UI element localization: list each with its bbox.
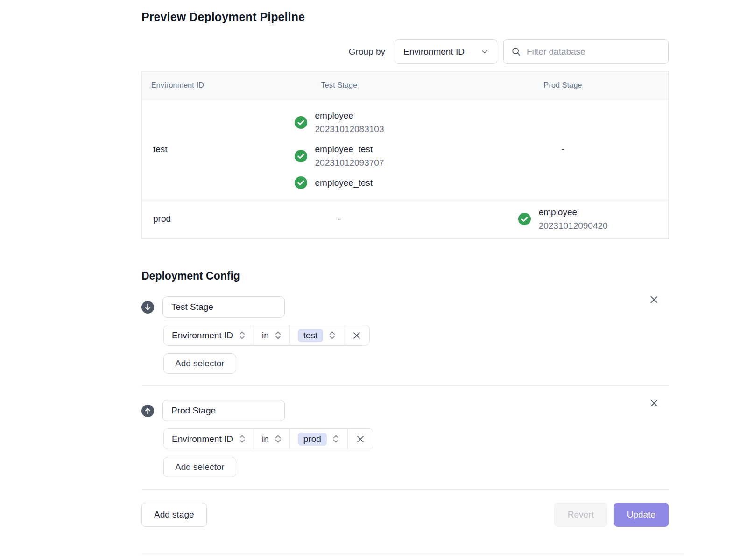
close-icon bbox=[356, 434, 365, 444]
stage-config-prod: Environment ID in prod bbox=[141, 400, 669, 477]
table-row-prod: prod - employee 20231012090420 bbox=[142, 199, 669, 239]
move-stage-down-icon[interactable] bbox=[141, 301, 154, 314]
up-down-chevrons-icon bbox=[332, 434, 339, 444]
up-down-chevrons-icon bbox=[275, 330, 282, 341]
database-item: employee 20231012083103 bbox=[295, 109, 384, 136]
empty-stage-dash: - bbox=[338, 214, 340, 224]
success-check-icon bbox=[295, 116, 307, 129]
selector-value-select[interactable]: test bbox=[289, 325, 344, 345]
selector-key-select[interactable]: Environment ID bbox=[164, 325, 254, 345]
close-icon bbox=[352, 331, 361, 340]
stage-name-input[interactable] bbox=[162, 400, 285, 421]
add-selector-button[interactable]: Add selector bbox=[163, 353, 236, 374]
database-name: employee_test bbox=[315, 176, 373, 189]
column-header-environment-id: Environment ID bbox=[142, 72, 221, 99]
page-title: Preview Deployment Pipeline bbox=[141, 10, 669, 24]
selector-value-tag: prod bbox=[298, 433, 327, 446]
up-down-chevrons-icon bbox=[329, 330, 336, 341]
empty-stage-dash: - bbox=[561, 144, 564, 154]
column-header-test-stage: Test Stage bbox=[221, 72, 458, 99]
main-content: Preview Deployment Pipeline Group by Env… bbox=[141, 0, 669, 554]
database-item: employee_test 20231012093707 bbox=[295, 142, 384, 169]
filter-database-input[interactable] bbox=[527, 47, 661, 57]
environment-name: test bbox=[142, 99, 221, 199]
remove-selector-button[interactable] bbox=[347, 429, 373, 449]
test-stage-cell: - bbox=[221, 199, 458, 239]
remove-stage-button[interactable] bbox=[648, 294, 660, 306]
stage-name-input[interactable] bbox=[162, 296, 285, 318]
selector-value-tag: test bbox=[298, 329, 324, 342]
prod-stage-cell: - bbox=[458, 99, 668, 199]
stage-config-test: Environment ID in test bbox=[141, 296, 669, 374]
success-check-icon bbox=[295, 150, 307, 162]
environment-name: prod bbox=[142, 199, 221, 239]
selector-operator-select[interactable]: in bbox=[254, 429, 289, 449]
column-header-prod-stage: Prod Stage bbox=[458, 72, 668, 99]
up-down-chevrons-icon bbox=[239, 330, 246, 341]
selector-rule: Environment ID in prod bbox=[163, 428, 374, 449]
database-name: employee bbox=[315, 109, 384, 122]
database-item: employee_test bbox=[295, 176, 373, 189]
filter-database-box bbox=[503, 39, 669, 64]
up-down-chevrons-icon bbox=[275, 434, 282, 444]
chevron-down-icon bbox=[480, 47, 489, 56]
deployment-config-title: Deployment Config bbox=[141, 270, 669, 282]
update-button[interactable]: Update bbox=[614, 503, 669, 527]
prod-stage-cell: employee 20231012090420 bbox=[458, 199, 668, 239]
close-icon bbox=[649, 294, 659, 305]
table-controls: Group by Environment ID bbox=[141, 39, 669, 64]
success-check-icon bbox=[518, 213, 531, 225]
add-selector-button[interactable]: Add selector bbox=[163, 457, 236, 477]
selector-operator-select[interactable]: in bbox=[254, 325, 289, 345]
table-header-row: Environment ID Test Stage Prod Stage bbox=[142, 72, 669, 99]
group-by-value: Environment ID bbox=[403, 47, 465, 57]
test-stage-cell: employee 20231012083103 employee_test 20… bbox=[221, 99, 458, 199]
section-divider bbox=[141, 385, 669, 386]
database-name: employee bbox=[539, 205, 608, 219]
pipeline-table: Environment ID Test Stage Prod Stage tes… bbox=[141, 71, 669, 239]
group-by-label: Group by bbox=[349, 47, 385, 57]
search-icon bbox=[511, 47, 521, 56]
selector-key-select[interactable]: Environment ID bbox=[164, 429, 254, 449]
success-check-icon bbox=[295, 176, 307, 189]
remove-stage-button[interactable] bbox=[648, 397, 660, 409]
move-stage-up-icon[interactable] bbox=[141, 405, 154, 417]
footer-actions: Add stage Revert Update bbox=[141, 503, 669, 527]
selector-rule: Environment ID in test bbox=[163, 325, 370, 346]
bottom-divider bbox=[141, 554, 683, 554]
database-name: employee_test bbox=[315, 142, 384, 156]
add-stage-button[interactable]: Add stage bbox=[141, 503, 207, 527]
up-down-chevrons-icon bbox=[239, 434, 246, 444]
remove-selector-button[interactable] bbox=[344, 325, 369, 345]
database-version: 20231012090420 bbox=[539, 219, 608, 232]
close-icon bbox=[649, 398, 659, 408]
selector-value-select[interactable]: prod bbox=[289, 429, 347, 449]
database-version: 20231012083103 bbox=[315, 122, 384, 136]
group-by-dropdown[interactable]: Environment ID bbox=[395, 39, 497, 64]
database-item: employee 20231012090420 bbox=[518, 205, 608, 232]
revert-button[interactable]: Revert bbox=[554, 503, 607, 527]
database-version: 20231012093707 bbox=[315, 156, 384, 169]
table-row-test: test employee 20231012083103 bbox=[142, 99, 669, 199]
section-divider bbox=[141, 489, 669, 490]
